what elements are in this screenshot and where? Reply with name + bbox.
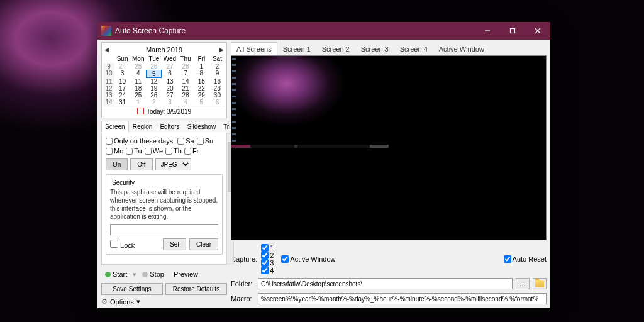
stop-button[interactable]: Stop bbox=[138, 268, 168, 280]
calendar-day[interactable]: 9 bbox=[209, 70, 225, 78]
calendar-day[interactable]: 14 bbox=[178, 78, 194, 85]
calendar-day[interactable]: 1 bbox=[194, 63, 209, 70]
calendar-day[interactable]: 4 bbox=[178, 99, 194, 106]
save-settings-button[interactable]: Save Settings bbox=[101, 283, 163, 295]
preview-button[interactable]: Preview bbox=[170, 268, 202, 280]
screen-tab-screen-3[interactable]: Screen 3 bbox=[355, 42, 394, 55]
app-window: Auto Screen Capture ◀ March 2019 ▶ SunMo… bbox=[97, 22, 550, 308]
calendar-day[interactable]: 25 bbox=[130, 92, 146, 99]
calendar-day[interactable]: 15 bbox=[194, 78, 209, 85]
day-tu-checkbox[interactable]: Tu bbox=[126, 147, 142, 155]
calendar-day[interactable]: 26 bbox=[146, 92, 162, 99]
screen-1-thumbnail[interactable] bbox=[231, 56, 389, 148]
dropdown-icon[interactable]: ▾ bbox=[133, 270, 136, 279]
tab-editors[interactable]: Editors bbox=[156, 121, 183, 133]
screen-tab-active-window[interactable]: Active Window bbox=[433, 42, 490, 55]
passphrase-input[interactable] bbox=[110, 224, 218, 235]
minimize-button[interactable] bbox=[475, 22, 500, 40]
calendar-day[interactable]: 5 bbox=[146, 70, 162, 78]
screen-tab-screen-4[interactable]: Screen 4 bbox=[394, 42, 433, 55]
screen-3-thumbnail[interactable] bbox=[231, 148, 389, 240]
calendar-today-button[interactable]: Today: 3/5/2019 bbox=[103, 106, 225, 116]
clear-passphrase-button[interactable]: Clear bbox=[189, 238, 218, 250]
calendar-day[interactable]: 2 bbox=[146, 99, 162, 106]
capture-screen-1-checkbox[interactable]: 1 bbox=[261, 244, 274, 252]
day-su-checkbox[interactable]: Su bbox=[197, 137, 213, 145]
calendar: ◀ March 2019 ▶ SunMonTueWedThuFriSat9242… bbox=[101, 42, 227, 118]
calendar-day[interactable]: 22 bbox=[194, 85, 209, 92]
calendar-prev-month[interactable]: ◀ bbox=[104, 47, 109, 53]
calendar-day[interactable]: 25 bbox=[130, 63, 146, 70]
screen-2-thumbnail[interactable] bbox=[389, 56, 547, 148]
screen-4-thumbnail[interactable] bbox=[389, 148, 547, 240]
calendar-day[interactable]: 8 bbox=[194, 70, 209, 78]
calendar-day[interactable]: 27 bbox=[162, 63, 177, 70]
calendar-day[interactable]: 28 bbox=[178, 92, 194, 99]
calendar-day[interactable]: 20 bbox=[162, 85, 177, 92]
folder-path-input[interactable] bbox=[258, 278, 513, 289]
capture-screen-2-checkbox[interactable]: 2 bbox=[261, 252, 274, 259]
calendar-day[interactable]: 26 bbox=[146, 63, 162, 70]
day-we-checkbox[interactable]: We bbox=[145, 147, 163, 155]
calendar-day[interactable]: 13 bbox=[162, 78, 177, 85]
macro-input[interactable] bbox=[258, 293, 547, 304]
titlebar: Auto Screen Capture bbox=[97, 22, 550, 40]
lock-checkbox[interactable]: Lock bbox=[110, 240, 135, 249]
auto-reset-checkbox[interactable]: Auto Reset bbox=[504, 255, 547, 263]
day-th-checkbox[interactable]: Th bbox=[165, 147, 182, 155]
calendar-day[interactable]: 5 bbox=[194, 99, 209, 106]
calendar-day[interactable]: 27 bbox=[162, 92, 177, 99]
calendar-day[interactable]: 17 bbox=[114, 85, 130, 92]
capture-off-button[interactable]: Off bbox=[130, 158, 152, 170]
open-folder-button[interactable] bbox=[533, 278, 547, 289]
screen-tab-screen-1[interactable]: Screen 1 bbox=[277, 42, 316, 55]
only-these-days-checkbox[interactable]: Only on these days: bbox=[106, 137, 175, 145]
day-mo-checkbox[interactable]: Mo bbox=[106, 147, 123, 155]
maximize-button[interactable] bbox=[500, 22, 525, 40]
day-sa-checkbox[interactable]: Sa bbox=[177, 137, 194, 145]
restore-defaults-button[interactable]: Restore Defaults bbox=[165, 283, 227, 295]
start-button[interactable]: Start bbox=[101, 268, 131, 280]
capture-on-button[interactable]: On bbox=[106, 158, 128, 170]
calendar-day[interactable]: 19 bbox=[146, 85, 162, 92]
macro-label: Macro: bbox=[231, 295, 255, 303]
calendar-day[interactable]: 12 bbox=[146, 78, 162, 85]
calendar-day[interactable]: 6 bbox=[209, 99, 225, 106]
calendar-month-title: March 2019 bbox=[146, 46, 182, 53]
tab-slideshow[interactable]: Slideshow bbox=[184, 121, 220, 133]
calendar-day[interactable]: 10 bbox=[114, 78, 130, 85]
calendar-day[interactable]: 24 bbox=[114, 92, 130, 99]
screen-tab-all-screens[interactable]: All Screens bbox=[231, 42, 277, 55]
calendar-day[interactable]: 2 bbox=[209, 63, 225, 70]
capture-screen-3-checkbox[interactable]: 3 bbox=[261, 259, 274, 267]
options-menu[interactable]: ⚙ Options ▾ bbox=[101, 297, 227, 306]
calendar-day[interactable]: 1 bbox=[130, 99, 146, 106]
calendar-day[interactable]: 7 bbox=[178, 70, 194, 78]
calendar-day[interactable]: 16 bbox=[209, 78, 225, 85]
calendar-day[interactable]: 23 bbox=[209, 85, 225, 92]
close-button[interactable] bbox=[525, 22, 550, 40]
calendar-day[interactable]: 24 bbox=[114, 63, 130, 70]
day-fr-checkbox[interactable]: Fr bbox=[184, 147, 199, 155]
capture-active-window-checkbox[interactable]: Active Window bbox=[281, 255, 335, 263]
format-select[interactable]: JPEGPNGBMPGIF bbox=[155, 158, 191, 170]
calendar-day[interactable]: 3 bbox=[162, 99, 177, 106]
screen-preview-tabs: All ScreensScreen 1Screen 2Screen 3Scree… bbox=[231, 42, 547, 55]
calendar-day[interactable]: 30 bbox=[209, 92, 225, 99]
capture-screen-4-checkbox[interactable]: 4 bbox=[261, 267, 274, 274]
calendar-day[interactable]: 29 bbox=[194, 92, 209, 99]
screen-tab-screen-2[interactable]: Screen 2 bbox=[316, 42, 355, 55]
calendar-day[interactable]: 11 bbox=[130, 78, 146, 85]
calendar-day[interactable]: 4 bbox=[130, 70, 146, 78]
calendar-day[interactable]: 6 bbox=[162, 70, 177, 78]
calendar-day[interactable]: 18 bbox=[130, 85, 146, 92]
tab-region[interactable]: Region bbox=[129, 121, 157, 133]
tab-screen[interactable]: Screen bbox=[101, 121, 129, 133]
calendar-day[interactable]: 21 bbox=[178, 85, 194, 92]
calendar-next-month[interactable]: ▶ bbox=[219, 47, 224, 53]
calendar-day[interactable]: 3 bbox=[114, 70, 130, 78]
set-passphrase-button[interactable]: Set bbox=[163, 238, 186, 250]
calendar-day[interactable]: 31 bbox=[114, 99, 130, 106]
browse-folder-button[interactable]: ... bbox=[516, 278, 530, 289]
calendar-day[interactable]: 28 bbox=[178, 63, 194, 70]
